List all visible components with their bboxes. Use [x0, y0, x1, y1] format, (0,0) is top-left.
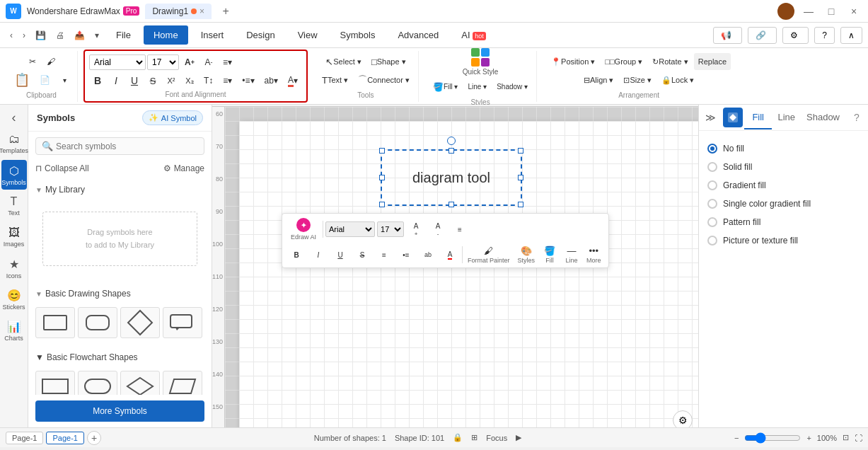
- sidebar-text-button[interactable]: T Text: [1, 191, 27, 221]
- float-font-select[interactable]: Arial: [325, 221, 375, 237]
- size-button[interactable]: ⊡ Size ▾: [619, 71, 655, 88]
- pattern-fill-radio[interactable]: [707, 217, 717, 227]
- export-button[interactable]: 📤: [70, 28, 89, 43]
- sidebar-collapse-button[interactable]: ‹: [1, 108, 27, 127]
- single-gradient-option[interactable]: Single color gradient fill: [707, 195, 860, 213]
- underline-button[interactable]: U: [126, 72, 143, 89]
- no-fill-option[interactable]: No fill: [707, 139, 860, 158]
- handle-top-right[interactable]: [518, 148, 523, 154]
- no-fill-radio[interactable]: [707, 144, 717, 154]
- close-window-button[interactable]: ×: [845, 3, 862, 20]
- float-numbered-list-button[interactable]: ≡: [374, 245, 394, 265]
- solid-fill-radio[interactable]: [707, 162, 717, 172]
- zoom-out-icon[interactable]: −: [734, 434, 739, 442]
- menu-symbols[interactable]: Symbols: [330, 25, 386, 45]
- sidebar-images-button[interactable]: 🖼 Images: [1, 222, 27, 252]
- line-float-button[interactable]: — Line: [562, 245, 581, 265]
- line-tab[interactable]: Line: [772, 106, 801, 129]
- line-button[interactable]: Line ▾: [464, 79, 492, 96]
- align-options-button[interactable]: ≡▾: [219, 54, 236, 71]
- list-type-button[interactable]: •≡▾: [238, 72, 258, 89]
- menu-insert[interactable]: Insert: [191, 25, 234, 45]
- italic-button[interactable]: I: [108, 72, 125, 89]
- format-painter-toolbar-button[interactable]: 🖌: [42, 53, 59, 70]
- fill-tab[interactable]: Fill: [744, 106, 772, 129]
- menu-ai[interactable]: AI hot: [451, 25, 495, 45]
- paste-button[interactable]: 📋: [10, 71, 34, 88]
- sidebar-templates-button[interactable]: 🗂 Templates: [1, 129, 27, 158]
- float-size-select[interactable]: 17: [377, 221, 404, 237]
- basic-flowchart-header[interactable]: ▼ Basic Flowchart Shapes: [35, 350, 204, 365]
- ai-symbol-button[interactable]: ✨ AI Symbol: [142, 110, 203, 125]
- menu-home[interactable]: Home: [144, 25, 188, 45]
- picture-fill-option[interactable]: Picture or texture fill: [707, 231, 860, 250]
- gradient-fill-radio[interactable]: [707, 180, 717, 190]
- sidebar-charts-button[interactable]: 📊 Charts: [1, 316, 27, 345]
- float-bullet-list-button[interactable]: •≡: [396, 245, 416, 265]
- gradient-fill-option[interactable]: Gradient fill: [707, 176, 860, 195]
- back-button[interactable]: ‹: [6, 28, 17, 43]
- handle-mid-left[interactable]: [379, 175, 385, 180]
- connector-button[interactable]: ⌒ Connector ▾: [354, 71, 414, 88]
- styles-float-button[interactable]: 🎨 Styles: [515, 245, 538, 265]
- rotate-handle[interactable]: [447, 137, 456, 145]
- flowchart-rect[interactable]: [35, 371, 75, 395]
- float-align-button[interactable]: ≡: [450, 219, 470, 239]
- edraw-ai-button[interactable]: ✦ Edraw AI: [287, 217, 320, 242]
- strikethrough-button[interactable]: S: [144, 72, 161, 89]
- shape-rounded-rect[interactable]: [78, 307, 117, 338]
- text-wrap-button[interactable]: ab▾: [260, 72, 282, 89]
- shadow-tab[interactable]: Shadow: [801, 106, 845, 129]
- more-float-button[interactable]: ••• More: [584, 245, 604, 265]
- user-avatar[interactable]: [777, 3, 794, 20]
- print-button[interactable]: 🖨: [52, 28, 69, 43]
- picture-fill-radio[interactable]: [707, 236, 717, 246]
- fill-float-button[interactable]: 🪣 Fill: [540, 245, 560, 265]
- superscript-button[interactable]: X²: [163, 72, 180, 89]
- flowchart-parallelogram[interactable]: [163, 371, 202, 395]
- float-increase-font-button[interactable]: A+: [406, 219, 426, 239]
- float-underline-button[interactable]: U: [330, 245, 350, 265]
- font-color-button[interactable]: A▾: [284, 72, 302, 89]
- sidebar-symbols-button[interactable]: ⬡ Symbols: [1, 160, 27, 190]
- float-strikethrough-button[interactable]: S: [352, 245, 372, 265]
- format-painter-float-button[interactable]: 🖌 Format Painter: [465, 245, 513, 265]
- collapse-ribbon-button[interactable]: ∧: [840, 27, 862, 44]
- float-decrease-font-button[interactable]: A-: [428, 219, 448, 239]
- align-button[interactable]: ⊟ Align ▾: [579, 71, 618, 88]
- handle-bot-right[interactable]: [518, 202, 523, 207]
- float-font-color-button[interactable]: A: [440, 245, 460, 265]
- quick-style-button[interactable]: Quick Style: [458, 47, 503, 77]
- my-library-header[interactable]: ▼ My Library: [35, 182, 204, 197]
- text-button[interactable]: T Text ▾: [318, 71, 352, 88]
- replace-button[interactable]: Replace: [694, 53, 731, 70]
- search-input[interactable]: [56, 142, 198, 151]
- subscript-button[interactable]: X₂: [181, 72, 198, 89]
- position-button[interactable]: 📍 Position ▾: [547, 53, 599, 70]
- single-gradient-radio[interactable]: [707, 199, 717, 209]
- sidebar-icons-button[interactable]: ★ Icons: [1, 253, 27, 283]
- handle-top-left[interactable]: [379, 148, 385, 154]
- paste-options-button[interactable]: ▾: [56, 71, 73, 88]
- canvas-workspace[interactable]: diagram tool ✦ Edraw AI: [225, 107, 698, 427]
- basic-drawing-header[interactable]: ▼ Basic Drawing Shapes: [35, 286, 204, 301]
- page-tab-1[interactable]: Page-1: [46, 432, 83, 444]
- menu-file[interactable]: File: [106, 25, 141, 45]
- add-page-button[interactable]: +: [87, 431, 101, 445]
- handle-bot-mid[interactable]: [449, 202, 454, 207]
- text-direction-button[interactable]: T↕: [199, 72, 217, 89]
- shadow-button[interactable]: Shadow ▾: [492, 79, 532, 96]
- lock-button[interactable]: 🔒 Lock ▾: [657, 71, 698, 88]
- help-button[interactable]: ?: [814, 27, 835, 44]
- float-italic-button[interactable]: I: [308, 245, 328, 265]
- zoom-slider[interactable]: [744, 432, 801, 444]
- right-panel-icon-area[interactable]: [722, 105, 744, 130]
- canvas-paper[interactable]: diagram tool ✦ Edraw AI: [239, 121, 698, 427]
- document-tab[interactable]: Drawing1 ×: [145, 4, 212, 19]
- font-size-select[interactable]: 17: [147, 54, 179, 70]
- menu-view[interactable]: View: [288, 25, 328, 45]
- handle-bot-left[interactable]: [379, 202, 385, 207]
- cut-button[interactable]: ✂: [24, 53, 41, 70]
- list-button[interactable]: ≡▾: [219, 72, 236, 89]
- bold-button[interactable]: B: [89, 72, 106, 89]
